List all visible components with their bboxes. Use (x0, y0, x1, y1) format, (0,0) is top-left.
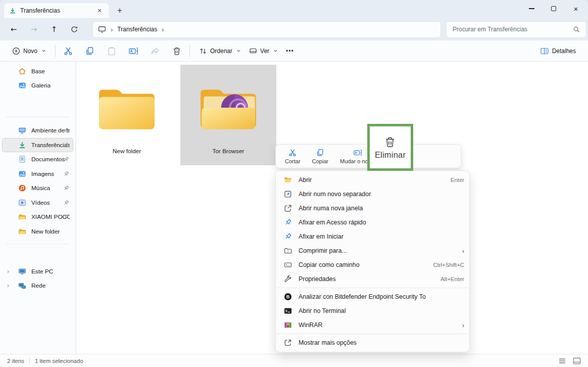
up-button[interactable]: ↑ (50, 24, 59, 34)
rename-button[interactable] (126, 43, 141, 59)
menu-item-analizar-con-bitdefender-endpoint-security-to[interactable]: BAnalizar con Bitdefender Endpoint Secur… (276, 290, 469, 304)
menu-item-comprimir-para[interactable]: Comprimir para...› (276, 244, 469, 258)
maximize-button[interactable] (543, 0, 565, 17)
breadcrumb-separator: › (162, 26, 164, 33)
sidebar-item-este-pc[interactable]: ›Este PC (2, 264, 73, 279)
details-icon (541, 47, 549, 55)
videos-icon (18, 199, 26, 207)
zip-icon (284, 247, 292, 255)
new-button[interactable]: Novo (8, 44, 50, 58)
open-folder-icon (284, 176, 292, 184)
back-button[interactable]: ← (9, 24, 18, 34)
sidebar-item-ambiente-de-tra[interactable]: Ambiente de tra (2, 123, 73, 138)
refresh-icon[interactable] (70, 25, 78, 33)
new-tab-button[interactable]: + (113, 4, 126, 17)
view-button[interactable]: Ver (245, 44, 282, 58)
tab-title: Transferências (20, 7, 91, 14)
paste-button[interactable] (104, 43, 119, 59)
sidebar-item-videos[interactable]: Vídeos (2, 196, 73, 210)
pin-icon (63, 127, 69, 133)
menu-item-abrir-numa-nova-janela[interactable]: Abrir numa nova janela (276, 201, 469, 215)
copy-button[interactable] (82, 43, 97, 59)
home-icon (18, 67, 26, 75)
sidebar-item-galeria[interactable]: Galeria (2, 78, 73, 93)
menu-item-abrir-no-terminal[interactable]: Abrir no Terminal (276, 304, 469, 318)
menu-item-label: Copiar como caminho (299, 261, 426, 268)
pictures-icon (18, 170, 26, 178)
sidebar-item-transferencias[interactable]: Transferências (2, 138, 73, 153)
sidebar-item-xiaomi-poco-f[interactable]: XIAOMI POCO F (2, 210, 73, 224)
sidebar-item-base[interactable]: Base (2, 64, 73, 78)
menu-item-label: Afixar em Acesso rápido (299, 219, 464, 226)
sort-button[interactable]: Ordenar (195, 44, 245, 58)
file-tile-new-folder[interactable]: New folder (84, 65, 169, 165)
menu-item-afixar-em-iniciar[interactable]: Afixar em Iniciar (276, 230, 469, 244)
menu-item-abrir[interactable]: AbrirEnter (276, 173, 469, 187)
scissors-icon (63, 46, 73, 56)
file-tile-tor-browser[interactable]: Tor Browser (180, 65, 276, 165)
sidebar-item-imagens[interactable]: Imagens (2, 167, 73, 181)
forward-button[interactable]: → (29, 24, 38, 34)
tab-bar: Transferências × + × (0, 0, 588, 18)
menu-item-mostrar-mais-opcoes[interactable]: Mostrar mais opções (276, 336, 469, 350)
sidebar-item-label: Documentos (31, 156, 65, 163)
copy-icon (316, 148, 325, 157)
sidebar-spacer (0, 93, 75, 112)
sidebar-item-new-folder[interactable]: New folder (2, 224, 73, 239)
sidebar-item-musica[interactable]: Música (2, 181, 73, 196)
rename-icon (128, 46, 138, 56)
close-button[interactable]: × (565, 0, 587, 17)
svg-text:B: B (286, 294, 290, 299)
sidebar-item-documentos[interactable]: Documentos (2, 152, 73, 167)
chevron-right-icon[interactable]: › (7, 282, 9, 289)
sort-button-label: Ordenar (210, 48, 232, 55)
menu-item-abrir-num-novo-separador[interactable]: Abrir num novo separador (276, 187, 469, 201)
search-icon[interactable] (573, 26, 580, 33)
chevron-right-icon[interactable]: › (7, 268, 9, 275)
new-button-label: Novo (23, 48, 37, 55)
more-options-button[interactable]: ••• (282, 44, 298, 58)
navigation-bar: ← → ↑ › Transferências › Procurar em Tra… (0, 18, 588, 40)
cut-button[interactable] (61, 43, 76, 59)
search-input[interactable]: Procurar em Transferências (447, 22, 586, 37)
list-view-icon[interactable] (559, 357, 566, 364)
sidebar-item-rede[interactable]: ›Rede (2, 279, 73, 293)
pin-icon (63, 156, 69, 162)
sidebar-item-label: Música (31, 185, 50, 192)
quick-action-label: Cortar (285, 158, 301, 164)
tab-close-icon[interactable]: × (95, 6, 104, 15)
address-bar[interactable]: › Transferências › (93, 22, 440, 37)
context-menu: AbrirEnterAbrir num novo separadorAbrir … (275, 170, 470, 352)
delete-quick-button[interactable]: Eliminar (375, 135, 406, 160)
sidebar-item-label: Vídeos (31, 199, 50, 206)
menu-item-label: Comprimir para... (299, 247, 456, 254)
details-button[interactable]: Detalhes (536, 44, 580, 58)
menu-item-afixar-em-acesso-rapido[interactable]: Afixar em Acesso rápido (276, 215, 469, 230)
pin-blue-icon (284, 218, 292, 226)
refresh-button[interactable] (70, 24, 79, 34)
minimize-icon (529, 8, 534, 9)
file-name: New folder (113, 148, 141, 155)
music-icon (18, 184, 26, 192)
chevron-down-icon (236, 49, 241, 53)
tab-transferencias[interactable]: Transferências × (4, 3, 109, 18)
minimize-button[interactable] (520, 0, 543, 17)
copy-icon (85, 46, 95, 56)
breadcrumb-segment[interactable]: Transferências (117, 26, 157, 33)
share-button[interactable] (148, 43, 163, 59)
menu-item-copiar-como-caminho[interactable]: Copiar como caminhoCtrl+Shift+C (276, 258, 469, 272)
sidebar-divider (6, 244, 69, 244)
open-new-tab-icon (284, 190, 292, 198)
menu-item-winrar[interactable]: WinRAR› (276, 318, 469, 332)
submenu-chevron-icon: › (462, 322, 464, 329)
sidebar-pinned-section: Ambiente de traTransferênciasDocumentosI… (0, 123, 75, 239)
quick-action-copiar[interactable]: Copiar (310, 147, 330, 165)
search-placeholder: Procurar em Transferências (453, 26, 573, 33)
chevron-down-icon (273, 49, 278, 53)
details-button-label: Detalhes (552, 48, 576, 55)
quick-action-cortar[interactable]: Cortar (283, 147, 303, 165)
menu-item-propriedades[interactable]: PropriedadesAlt+Enter (276, 272, 469, 286)
delete-button[interactable] (169, 43, 184, 59)
delete-highlight-annotation: Eliminar (367, 124, 413, 171)
grid-view-icon[interactable] (573, 357, 581, 365)
